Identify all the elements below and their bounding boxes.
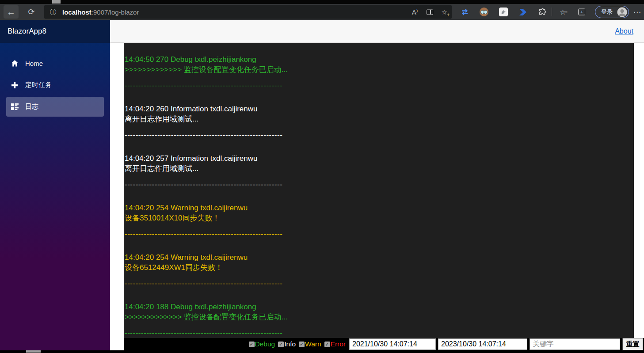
url-path: :9007/log-blazor [91, 8, 139, 16]
log-entry: 14:04:20 260 Information txdl.caijirenwu… [125, 104, 634, 140]
log-entry-separator: ----------------------------------------… [125, 278, 634, 288]
log-entry-message: >>>>>>>>>>>>> 监控设备配置变化任务已启动... [125, 312, 634, 322]
sidebar-item-home[interactable]: Home [6, 53, 104, 73]
home-icon [11, 60, 19, 67]
avatar-icon [617, 7, 627, 17]
level-label: Warn [305, 340, 321, 348]
log-entry-header: 14:04:20 257 Information txdl.caijirenwu [125, 153, 634, 163]
keyword-input[interactable] [530, 338, 620, 350]
plus-icon [11, 82, 19, 89]
log-entry: 14:04:20 188 Debug txdl.peizhijiankong>>… [125, 302, 634, 338]
about-link[interactable]: About [615, 27, 633, 35]
add-favorite-icon[interactable]: ☆+ [442, 8, 447, 16]
log-entry-separator: ----------------------------------------… [125, 328, 634, 338]
monkey-extension-icon[interactable] [479, 7, 489, 17]
bird-glyph [499, 8, 508, 16]
log-entry-header: 14:04:20 254 Warning txdl.caijirenwu [125, 203, 634, 213]
log-entry: 14:04:20 254 Warning txdl.caijirenwu设备35… [125, 203, 634, 239]
extensions-icon[interactable] [537, 7, 547, 17]
sidebar-item-label: 定时任务 [25, 81, 52, 89]
level-checkbox-info[interactable]: ✓Info [278, 340, 296, 348]
toolbar-divider [552, 8, 552, 16]
level-checkbox-error[interactable]: ✓Error [324, 340, 346, 348]
log-filter-bar: ✓Debug✓Info✓Warn✓Error 重置 [124, 338, 644, 350]
read-aloud-icon[interactable]: A⁾ [412, 8, 418, 16]
browser-chrome: ← ⟳ ⓘ localhost:9007/log-blazor A⁾ ☆+ ☆≡… [0, 0, 644, 20]
address-bar[interactable]: ⓘ localhost:9007/log-blazor A⁾ ☆+ [44, 5, 452, 19]
checkbox-icon: ✓ [278, 342, 284, 347]
monkey-face [480, 8, 488, 16]
log-list: 14:04:50 270 Debug txdl.peizhijiankong>>… [125, 54, 634, 338]
log-entry-message: >>>>>>>>>>>>> 监控设备配置变化任务已启动... [125, 65, 634, 75]
url-host: localhost [62, 8, 91, 16]
log-entry-header: 14:04:20 254 Warning txdl.caijirenwu [125, 252, 634, 262]
sidebar: Home 定时任务 日志 [0, 43, 110, 350]
log-entry-separator: ----------------------------------------… [125, 179, 634, 190]
log-entry: 14:04:50 270 Debug txdl.peizhijiankong>>… [125, 54, 634, 91]
sidebar-item-label: 日志 [25, 102, 38, 111]
date-to-input[interactable] [438, 338, 527, 350]
level-label: Error [331, 340, 346, 348]
log-entry-separator: ----------------------------------------… [125, 80, 634, 91]
favorites-icon[interactable]: ☆≡ [558, 8, 569, 16]
log-entry-header: 14:04:50 270 Debug txdl.peizhijiankong [125, 54, 634, 65]
star-glyph: ☆ [442, 8, 447, 15]
log-entry-message: 设备6512449XW1同步失败！ [125, 262, 634, 273]
bird-extension-icon[interactable] [499, 7, 508, 17]
app-brand[interactable]: BlazorApp8 [0, 27, 46, 36]
main-content: 14:04:50 270 Debug txdl.peizhijiankong>>… [110, 43, 644, 350]
log-entry-message: 离开日志作用域测试... [125, 114, 634, 124]
plus-glyph: + [447, 12, 450, 17]
plus-glyph: + [580, 10, 583, 15]
checkbox-icon: ✓ [299, 342, 305, 347]
login-label: 登录 [601, 8, 613, 16]
collections-icon[interactable]: + [578, 9, 585, 15]
log-entry: 14:04:20 254 Warning txdl.caijirenwu设备65… [125, 252, 634, 288]
back-icon[interactable]: ← [4, 5, 19, 19]
log-entry-header: 14:04:20 188 Debug txdl.peizhijiankong [125, 302, 634, 312]
level-label: Debug [255, 340, 275, 348]
level-filters: ✓Debug✓Info✓Warn✓Error [249, 340, 346, 348]
more-menu-icon[interactable]: ⋯ [633, 8, 642, 17]
split-screen-icon[interactable] [427, 9, 433, 15]
checkbox-icon: ✓ [249, 342, 255, 347]
brand-row: BlazorApp8 [0, 20, 110, 43]
level-checkbox-debug[interactable]: ✓Debug [249, 340, 275, 348]
log-entry-separator: ----------------------------------------… [125, 130, 634, 140]
active-tab-edge[interactable] [52, 0, 61, 4]
list-rich-icon [11, 103, 19, 110]
sidebar-item-scheduled-tasks[interactable]: 定时任务 [6, 75, 104, 95]
arrow-extension-icon[interactable] [518, 7, 528, 17]
tab-strip [0, 0, 644, 4]
url-text: localhost:9007/log-blazor [62, 8, 139, 16]
list-lines-glyph: ≡ [565, 10, 568, 14]
sidebar-item-logs[interactable]: 日志 [6, 97, 104, 117]
top-row: About [110, 20, 644, 43]
level-label: Info [284, 340, 296, 348]
log-entry-message: 设备3510014X10同步失败！ [125, 213, 634, 223]
log-entry: 14:04:20 257 Information txdl.caijirenwu… [125, 153, 634, 190]
sidebar-item-label: Home [25, 60, 43, 67]
date-from-input[interactable] [349, 338, 436, 350]
reset-button[interactable]: 重置 [622, 338, 643, 350]
login-button[interactable]: 登录 [595, 6, 629, 18]
log-entry-header: 14:04:20 260 Information txdl.caijirenwu [125, 104, 634, 114]
checkbox-icon: ✓ [324, 342, 330, 347]
refresh-icon[interactable]: ⟳ [25, 5, 38, 19]
browser-toolbar: ← ⟳ ⓘ localhost:9007/log-blazor A⁾ ☆+ ☆≡… [0, 4, 644, 20]
nav-menu: Home 定时任务 日志 [0, 43, 110, 117]
log-entry-separator: ----------------------------------------… [125, 229, 634, 239]
log-entry-message: 离开日志作用域测试... [125, 163, 634, 174]
sync-extension-icon[interactable] [460, 7, 469, 17]
horizontal-scrollbar[interactable] [0, 350, 644, 353]
log-panel: 14:04:50 270 Debug txdl.peizhijiankong>>… [124, 43, 634, 338]
scrollbar-thumb[interactable] [26, 350, 41, 353]
level-checkbox-warn[interactable]: ✓Warn [299, 340, 321, 348]
site-info-icon[interactable]: ⓘ [50, 8, 56, 16]
